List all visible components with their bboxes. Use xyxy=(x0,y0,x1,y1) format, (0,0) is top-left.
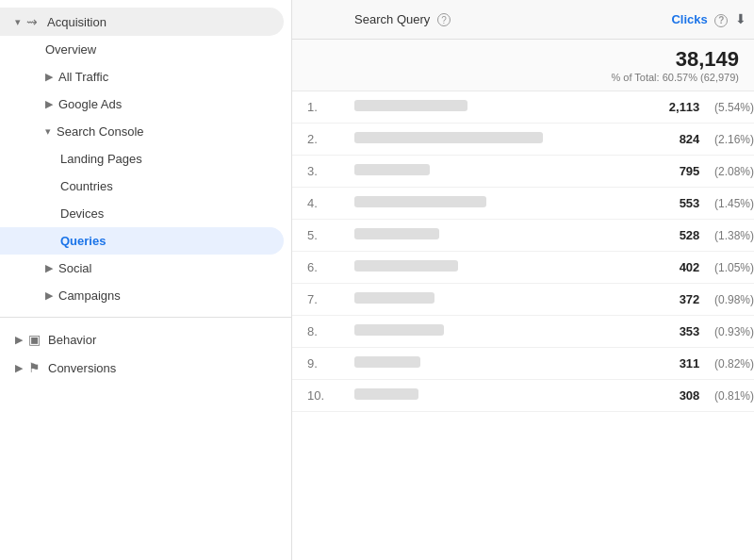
main-content: Search Query ? Clicks ? ⬇ 38,1 xyxy=(292,0,754,560)
sidebar-item-countries[interactable]: Countries xyxy=(0,173,291,200)
campaigns-arrow: ▶ xyxy=(45,289,53,302)
blurred-query xyxy=(354,164,430,175)
sidebar-item-label: Overview xyxy=(45,42,96,57)
pct-value: (2.16%) xyxy=(714,133,754,146)
query-cell xyxy=(339,379,584,411)
row-number: 5. xyxy=(292,219,339,251)
table-row: 2. 824 (2.16%) xyxy=(292,123,754,155)
pct-value: (1.45%) xyxy=(714,197,754,210)
data-table-container: Search Query ? Clicks ? ⬇ 38,1 xyxy=(292,0,754,560)
sidebar-item-queries[interactable]: Queries xyxy=(0,227,284,255)
clicks-value: 308 xyxy=(680,388,708,403)
clicks-value: 402 xyxy=(680,260,708,274)
blurred-query xyxy=(354,100,467,111)
sidebar-item-label: Search Console xyxy=(57,124,144,139)
sort-button[interactable]: ⬇ xyxy=(735,11,746,26)
blurred-query xyxy=(354,324,444,336)
table-row: 4. 553 (1.45%) xyxy=(292,187,754,219)
clicks-value-cell: 795 (2.08%) xyxy=(584,155,754,187)
clicks-value: 2,113 xyxy=(669,100,708,114)
col-query-header: Search Query ? xyxy=(339,0,584,39)
sidebar-item-devices[interactable]: Devices xyxy=(0,200,291,227)
search-console-arrow: ▾ xyxy=(45,125,51,138)
sidebar-item-label: Conversions xyxy=(48,361,116,375)
col-num-header xyxy=(292,0,339,39)
clicks-value: 372 xyxy=(680,292,708,306)
pct-value: (2.08%) xyxy=(714,165,754,178)
table-row: 3. 795 (2.08%) xyxy=(292,155,754,187)
table-row: 9. 311 (0.82%) xyxy=(292,347,754,379)
clicks-value-cell: 402 (1.05%) xyxy=(584,251,754,283)
query-cell xyxy=(339,91,584,123)
clicks-value-cell: 308 (0.81%) xyxy=(584,379,754,411)
sidebar-item-google-ads[interactable]: ▶ Google Ads xyxy=(0,91,291,118)
sidebar-item-label: Queries xyxy=(60,234,106,248)
table-row: 1. 2,113 (5.54%) xyxy=(292,91,754,123)
sidebar-item-label: Google Ads xyxy=(58,97,122,111)
queries-table: Search Query ? Clicks ? ⬇ 38,1 xyxy=(292,0,754,412)
sidebar-item-label: All Traffic xyxy=(58,70,108,84)
clicks-value-cell: 353 (0.93%) xyxy=(584,315,754,347)
sidebar-item-label: Social xyxy=(58,261,91,275)
clicks-help-icon[interactable]: ? xyxy=(714,14,728,27)
all-traffic-arrow: ▶ xyxy=(45,71,53,83)
clicks-value-cell: 2,113 (5.54%) xyxy=(584,91,754,123)
totals-row: 38,149 % of Total: 60.57% (62,979) xyxy=(292,39,754,91)
col-query-label: Search Query xyxy=(354,12,430,26)
row-number: 8. xyxy=(292,315,339,347)
sort-down-icon: ⬇ xyxy=(735,11,746,26)
clicks-value: 553 xyxy=(680,196,708,210)
sidebar-item-all-traffic[interactable]: ▶ All Traffic xyxy=(0,63,291,91)
sidebar-item-overview[interactable]: Overview xyxy=(0,36,291,63)
google-ads-arrow: ▶ xyxy=(45,98,53,110)
conversions-icon: ⚑ xyxy=(28,360,41,375)
acquisition-arrow: ▾ xyxy=(15,16,21,28)
table-row: 7. 372 (0.98%) xyxy=(292,283,754,315)
clicks-value: 311 xyxy=(680,356,708,371)
pct-value: (0.93%) xyxy=(714,325,754,338)
blurred-query xyxy=(354,228,439,239)
sidebar-item-search-console[interactable]: ▾ Search Console xyxy=(0,118,291,145)
blurred-query xyxy=(354,356,420,368)
pct-value: (0.81%) xyxy=(714,389,754,403)
sidebar-item-label: Countries xyxy=(60,179,113,193)
sidebar-item-conversions[interactable]: ▶ ⚑ Conversions xyxy=(0,354,291,382)
row-number: 1. xyxy=(292,91,339,123)
clicks-value: 528 xyxy=(680,228,708,242)
col-clicks-header: Clicks ? ⬇ xyxy=(584,0,754,39)
totals-number: 38,149 xyxy=(599,47,739,72)
row-number: 10. xyxy=(292,379,339,411)
sidebar-item-social[interactable]: ▶ Social xyxy=(0,255,291,282)
pct-value: (0.82%) xyxy=(714,357,754,371)
sidebar-item-label: Landing Pages xyxy=(60,152,142,166)
query-help-icon[interactable]: ? xyxy=(437,13,451,26)
pct-value: (1.05%) xyxy=(714,261,754,274)
query-cell xyxy=(339,187,584,219)
col-clicks-label: Clicks xyxy=(671,12,707,26)
behavior-arrow: ▶ xyxy=(15,334,23,346)
sidebar-item-label: Devices xyxy=(60,206,104,221)
sidebar-item-label: Acquisition xyxy=(47,15,107,29)
pct-value: (5.54%) xyxy=(714,101,754,114)
blurred-query xyxy=(354,196,486,207)
sidebar-item-landing-pages[interactable]: Landing Pages xyxy=(0,145,291,173)
query-cell xyxy=(339,219,584,251)
sidebar-item-behavior[interactable]: ▶ ▣ Behavior xyxy=(0,325,291,354)
row-number: 6. xyxy=(292,251,339,283)
blurred-query xyxy=(354,260,458,272)
sidebar-item-acquisition[interactable]: ▾ ⇝ Acquisition xyxy=(0,8,284,36)
conversions-arrow: ▶ xyxy=(15,362,23,374)
sidebar-item-label: Behavior xyxy=(48,333,96,347)
clicks-value-cell: 311 (0.82%) xyxy=(584,347,754,379)
clicks-value: 353 xyxy=(680,324,708,338)
pct-value: (1.38%) xyxy=(714,229,754,242)
table-row: 5. 528 (1.38%) xyxy=(292,219,754,251)
clicks-value-cell: 372 (0.98%) xyxy=(584,283,754,315)
query-cell xyxy=(339,347,584,379)
query-cell xyxy=(339,123,584,155)
table-row: 6. 402 (1.05%) xyxy=(292,251,754,283)
row-number: 3. xyxy=(292,155,339,187)
behavior-icon: ▣ xyxy=(28,332,41,347)
sidebar-item-campaigns[interactable]: ▶ Campaigns xyxy=(0,282,291,309)
row-number: 4. xyxy=(292,187,339,219)
